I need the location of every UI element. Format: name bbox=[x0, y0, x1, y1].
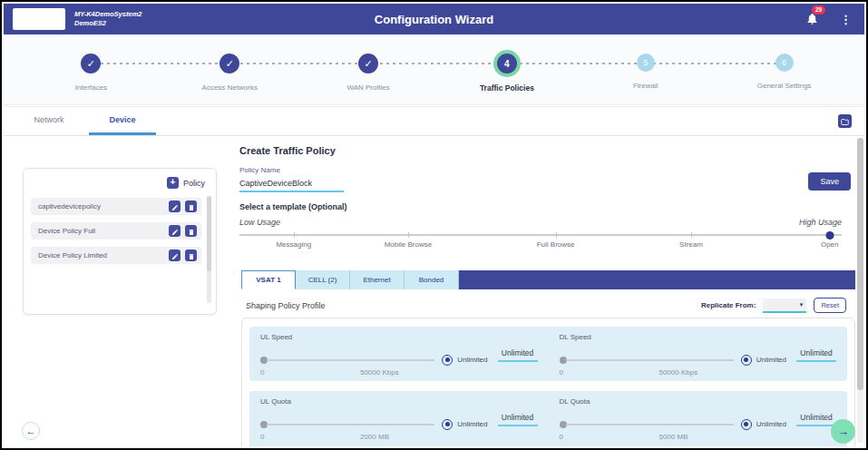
dl-quota-slider-track[interactable] bbox=[566, 424, 734, 426]
ul-speed-scale: 0 50000 Kbps bbox=[260, 368, 538, 377]
next-button[interactable]: → bbox=[831, 419, 855, 444]
high-usage-label: High Usage bbox=[799, 218, 842, 227]
check-icon: ✓ bbox=[81, 54, 101, 73]
step-interfaces[interactable]: ✓ Interfaces bbox=[22, 34, 161, 104]
policy-name: captivedevicepolicy bbox=[38, 202, 164, 210]
template-slider[interactable] bbox=[239, 234, 842, 236]
slider-tick bbox=[408, 232, 409, 238]
scope-tabs: Network Device bbox=[4, 106, 864, 136]
chevron-down-icon: ▼ bbox=[798, 302, 804, 308]
ul-quota-group: UL Quota Unlimited Unlimited 0 2000 MB bbox=[249, 397, 549, 442]
ul-quota-slider-track[interactable] bbox=[267, 424, 434, 426]
template-options: Messaging Mobile Browse Full Browse Stre… bbox=[239, 240, 842, 251]
scale-max: 2000 MB bbox=[360, 433, 389, 441]
template-option-mobile-browse[interactable]: Mobile Browse bbox=[385, 240, 432, 249]
content-area: + Policy captivedevicepolicy Device Poli… bbox=[4, 136, 864, 446]
dl-speed-unlimited-radio[interactable] bbox=[741, 355, 752, 366]
ul-speed-slider-track[interactable] bbox=[267, 359, 434, 361]
kebab-menu-icon[interactable]: ⋮ bbox=[836, 12, 855, 27]
replicate-from-select[interactable]: ▼ bbox=[763, 298, 806, 313]
folder-icon bbox=[841, 113, 849, 130]
policy-list-card: + Policy captivedevicepolicy Device Poli… bbox=[23, 168, 217, 315]
template-option-full-browse[interactable]: Full Browse bbox=[537, 240, 575, 249]
open-panel-button[interactable] bbox=[838, 114, 852, 128]
ul-speed-value-field[interactable]: Unlimited bbox=[498, 348, 538, 362]
policy-row[interactable]: Device Policy Limited bbox=[31, 247, 201, 264]
policy-row[interactable]: captivedevicepolicy bbox=[31, 198, 201, 215]
system-name: MY-K4DemoSystem2 bbox=[74, 10, 141, 19]
trash-icon bbox=[188, 199, 195, 215]
trash-icon bbox=[188, 248, 195, 264]
plus-icon: + bbox=[167, 177, 179, 189]
trash-icon bbox=[188, 223, 195, 240]
policy-rows: captivedevicepolicy Device Policy Full D… bbox=[31, 198, 201, 271]
step-number: 4 bbox=[497, 54, 517, 73]
save-button[interactable]: Save bbox=[808, 172, 851, 191]
step-label: Access Networks bbox=[202, 83, 258, 92]
ul-speed-group: UL Speed Unlimited Unlimited 0 50000 Kbp… bbox=[249, 333, 549, 377]
edit-policy-button[interactable] bbox=[169, 201, 180, 212]
dl-speed-scale: 0 50000 Kbps bbox=[560, 368, 837, 377]
dl-speed-slider-track[interactable] bbox=[566, 359, 734, 361]
template-option-messaging[interactable]: Messaging bbox=[276, 240, 311, 249]
pencil-icon bbox=[171, 199, 179, 215]
policy-list-scrollbar[interactable] bbox=[207, 196, 211, 303]
ul-quota-unlimited-radio[interactable] bbox=[442, 419, 453, 430]
delete-policy-button[interactable] bbox=[185, 225, 197, 237]
template-option-open[interactable]: Open bbox=[821, 240, 839, 249]
tab-vsat-1[interactable]: VSAT 1 bbox=[241, 270, 296, 289]
ul-quota-label: UL Quota bbox=[260, 397, 538, 406]
radio-label: Unlimited bbox=[756, 420, 786, 428]
step-label: General Settings bbox=[757, 82, 812, 90]
dl-quota-unlimited-radio[interactable] bbox=[741, 419, 752, 430]
wizard-stepper: ✓ Interfaces ✓ Access Networks ✓ WAN Pro… bbox=[4, 34, 864, 105]
notifications-button[interactable]: 29 bbox=[805, 12, 820, 26]
policy-name-input[interactable] bbox=[239, 176, 344, 192]
scale-min: 0 bbox=[260, 433, 264, 441]
dl-speed-value-field[interactable]: Unlimited bbox=[796, 348, 836, 362]
delete-policy-button[interactable] bbox=[185, 249, 197, 261]
slider-tick bbox=[556, 232, 557, 238]
reset-button[interactable]: Reset bbox=[814, 298, 846, 313]
step-wan-profiles[interactable]: ✓ WAN Profiles bbox=[299, 34, 438, 104]
policy-name-label: Policy Name bbox=[239, 166, 280, 174]
check-icon: ✓ bbox=[358, 54, 378, 73]
app-window: MY-K4DemoSystem2 DemoES2 Configuration W… bbox=[0, 0, 868, 450]
notification-badge: 29 bbox=[812, 5, 825, 15]
add-policy-button[interactable]: + Policy bbox=[167, 177, 205, 189]
scale-max: 50000 Kbps bbox=[658, 368, 697, 377]
ul-speed-unlimited-radio[interactable] bbox=[442, 355, 453, 366]
back-button[interactable]: ← bbox=[22, 422, 40, 440]
template-section-label: Select a template (Optional) bbox=[239, 202, 347, 211]
add-policy-label: Policy bbox=[183, 179, 205, 188]
scale-max: 5000 MB bbox=[658, 433, 688, 441]
policy-row[interactable]: Device Policy Full bbox=[31, 222, 201, 240]
dl-speed-label: DL Speed bbox=[560, 333, 837, 341]
step-firewall[interactable]: 5 Firewall bbox=[576, 34, 715, 104]
edit-policy-button[interactable] bbox=[169, 249, 180, 261]
radio-label: Unlimited bbox=[457, 420, 487, 428]
step-general-settings[interactable]: 6 General Settings bbox=[715, 34, 853, 104]
dl-quota-value-field[interactable]: Unlimited bbox=[796, 413, 836, 426]
check-icon: ✓ bbox=[219, 54, 239, 73]
step-number: 5 bbox=[637, 54, 655, 72]
step-traffic-policies[interactable]: 4 Traffic Policies bbox=[437, 34, 576, 104]
tab-network[interactable]: Network bbox=[22, 107, 76, 135]
tab-bonded[interactable]: Bonded bbox=[405, 270, 459, 289]
step-access-networks[interactable]: ✓ Access Networks bbox=[161, 34, 299, 104]
edit-policy-button[interactable] bbox=[169, 225, 180, 237]
tab-cell[interactable]: CELL (2) bbox=[296, 270, 350, 289]
tab-device[interactable]: Device bbox=[89, 107, 156, 135]
system-names: MY-K4DemoSystem2 DemoES2 bbox=[74, 10, 141, 28]
ul-quota-value-field[interactable]: Unlimited bbox=[498, 413, 538, 426]
scale-min: 0 bbox=[560, 433, 563, 441]
slider-tick bbox=[691, 232, 692, 238]
template-option-stream[interactable]: Stream bbox=[679, 240, 703, 249]
shaping-policy-card: UL Speed Unlimited Unlimited 0 50000 Kbp… bbox=[241, 318, 855, 446]
scale-max: 50000 Kbps bbox=[360, 368, 399, 377]
delete-policy-button[interactable] bbox=[185, 201, 197, 212]
bell-icon bbox=[805, 13, 819, 28]
template-slider-thumb[interactable] bbox=[825, 231, 834, 240]
page-scrollbar[interactable] bbox=[857, 138, 863, 443]
tab-ethernet[interactable]: Ethernet bbox=[350, 270, 405, 289]
